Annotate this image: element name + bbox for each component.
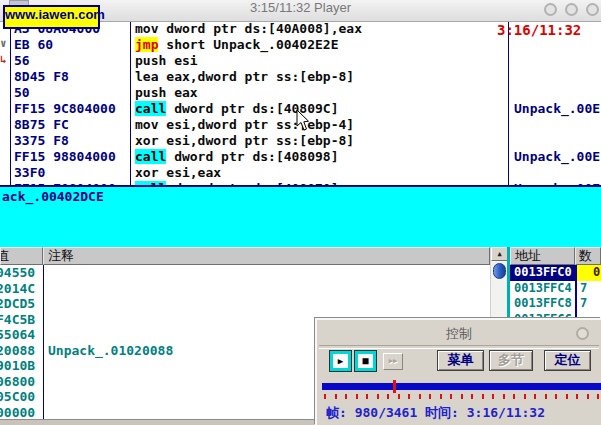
progress-marker[interactable] xyxy=(393,380,396,393)
instruction-comment: Unpack_.00E xyxy=(508,149,601,165)
jump-marker-icon xyxy=(0,101,10,117)
highlighted-mnemonic: call xyxy=(135,149,166,164)
disasm-row[interactable]: FF15 98804000call dword ptr ds:[408098]U… xyxy=(0,149,601,165)
tick-mark xyxy=(335,394,337,399)
disasm-row[interactable]: ↳56push esi xyxy=(0,53,601,69)
control-dialog[interactable]: 控制 ▶ ■ ▶▶ 菜单 多节 定位 帧: 980/3461 时间: 3:16/… xyxy=(315,318,601,425)
opcode-bytes: 8D45 F8 xyxy=(10,69,130,85)
instruction-comment xyxy=(508,37,601,53)
tick-mark xyxy=(534,394,536,399)
tick-mark xyxy=(419,394,421,399)
stack-row[interactable]: 0013FFC87 xyxy=(510,296,601,312)
osd-time: 3:16/11:32 xyxy=(497,22,581,38)
instruction-comment xyxy=(508,133,601,149)
dump-comment xyxy=(43,296,490,312)
dump-value: 2014C xyxy=(0,281,43,297)
window-button-2[interactable] xyxy=(565,3,578,16)
info-pane-text: ack_.00402DCE xyxy=(0,187,601,204)
tick-mark xyxy=(492,394,494,399)
dialog-separator xyxy=(319,345,599,349)
stack-row[interactable]: 0013FFC47 xyxy=(510,281,601,297)
jump-marker-icon xyxy=(0,117,10,133)
column-divider xyxy=(130,21,131,185)
opcode-bytes: FF15 98804000 xyxy=(10,149,130,165)
jump-marker-icon: ↳ xyxy=(0,53,10,69)
opcode-bytes: FF15 9C804000 xyxy=(10,101,130,117)
instruction: push esi xyxy=(130,53,508,69)
instruction: push eax xyxy=(130,85,508,101)
stack-row[interactable]: 0013FFC00 xyxy=(510,265,601,281)
tick-mark xyxy=(545,394,547,399)
jump-marker-icon xyxy=(0,133,10,149)
opcode-bytes: 50 xyxy=(10,85,130,101)
disassembly-pane[interactable]: A3 08A04000mov dword ptr ds:[40A008],eax… xyxy=(0,21,601,185)
disasm-row[interactable]: 33F0xor esi,eax xyxy=(0,165,601,181)
multi-section-button[interactable]: 多节 xyxy=(489,350,533,371)
window-button-1[interactable] xyxy=(544,3,557,16)
info-pane: ack_.00402DCE xyxy=(0,185,601,247)
dump-row[interactable]: 2DCD5 xyxy=(0,296,490,312)
instruction-comment xyxy=(508,85,601,101)
jump-marker-icon xyxy=(0,85,10,101)
progress-bar[interactable] xyxy=(322,383,601,390)
tick-mark xyxy=(440,394,442,399)
disasm-row[interactable]: ∨EB 60jmp short Unpack_.00402E2E xyxy=(0,37,601,53)
disasm-row[interactable]: 3375 F8xor esi,dword ptr ss:[ebp-8] xyxy=(0,133,601,149)
column-divider xyxy=(10,21,11,185)
dump-value: 05C00 xyxy=(0,389,43,405)
tick-mark xyxy=(324,394,326,399)
dump-value: 06800 xyxy=(0,374,43,390)
instruction-comment xyxy=(508,117,601,133)
tick-mark xyxy=(398,394,400,399)
control-dialog-title[interactable]: 控制 xyxy=(317,325,601,343)
dump-value: F4C5B xyxy=(0,312,43,328)
tick-mark xyxy=(461,394,463,399)
dump-row[interactable]: 04550 xyxy=(0,265,490,281)
dialog-close-icon[interactable] xyxy=(576,327,589,340)
tick-mark xyxy=(471,394,473,399)
dump-comment xyxy=(43,281,490,297)
stack-address: 0013FFC4 xyxy=(510,281,575,297)
dump-value: 20088 xyxy=(0,343,43,359)
locate-button[interactable]: 定位 xyxy=(544,350,591,371)
scrollbar-thumb[interactable] xyxy=(493,263,506,279)
tick-mark xyxy=(587,394,589,399)
highlighted-mnemonic: jmp xyxy=(135,37,158,52)
opcode-bytes: EB 60 xyxy=(10,37,130,53)
dump-comment xyxy=(43,265,490,281)
jump-marker-icon xyxy=(0,69,10,85)
tick-mark xyxy=(482,394,484,399)
opcode-bytes: 56 xyxy=(10,53,130,69)
instruction-comment xyxy=(508,53,601,69)
opcode-bytes: 3375 F8 xyxy=(10,133,130,149)
header-address: 地址 xyxy=(510,247,575,265)
header-number: 数 xyxy=(575,247,601,265)
tick-mark xyxy=(366,394,368,399)
instruction: call dword ptr ds:[408098] xyxy=(130,149,508,165)
dump-value: 04550 xyxy=(0,265,43,281)
instruction: mov esi,dword ptr ss:[ebp-4] xyxy=(130,117,508,133)
stop-button[interactable]: ■ xyxy=(354,350,377,372)
tick-mark xyxy=(387,394,389,399)
mouse-cursor xyxy=(296,110,312,132)
column-divider xyxy=(43,265,44,420)
disasm-row[interactable]: 8D45 F8lea eax,dword ptr ss:[ebp-8] xyxy=(0,69,601,85)
tick-mark xyxy=(597,394,599,399)
fast-forward-button[interactable]: ▶▶ xyxy=(383,353,403,370)
stop-icon: ■ xyxy=(362,355,368,366)
dump-row[interactable]: 2014C xyxy=(0,281,490,297)
jump-marker-icon xyxy=(0,165,10,181)
tick-mark xyxy=(524,394,526,399)
dump-value: 00000 xyxy=(0,405,43,421)
scrollbar-up-icon[interactable]: ▲ xyxy=(491,247,508,261)
progress-ticks xyxy=(324,394,599,399)
tick-mark xyxy=(356,394,358,399)
menu-button[interactable]: 菜单 xyxy=(437,350,484,371)
stack-address: 0013FFC8 xyxy=(510,296,575,312)
instruction-comment xyxy=(508,69,601,85)
disasm-row[interactable]: 50push eax xyxy=(0,85,601,101)
play-button[interactable]: ▶ xyxy=(329,350,352,372)
window-button-3[interactable] xyxy=(586,3,599,16)
tick-mark xyxy=(408,394,410,399)
tick-mark xyxy=(503,394,505,399)
